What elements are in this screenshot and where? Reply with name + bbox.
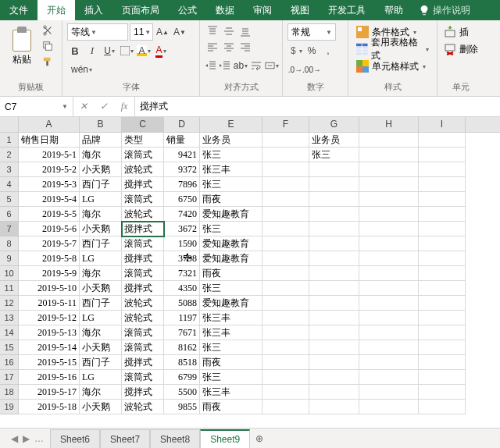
cell[interactable]: 滚筒式 [122, 148, 164, 162]
cell[interactable]: 张三丰 [200, 325, 262, 340]
cell[interactable]: 2019-5-12 [19, 311, 80, 325]
row-header[interactable]: 12 [0, 296, 19, 311]
row-header[interactable]: 3 [0, 162, 19, 177]
paste-button[interactable]: 粘贴 [5, 23, 39, 69]
cell[interactable] [419, 148, 466, 162]
cell[interactable]: 销售日期 [19, 133, 80, 148]
row-header[interactable]: 19 [0, 400, 19, 414]
cell[interactable]: 类型 [122, 133, 164, 148]
cell[interactable] [419, 222, 466, 236]
increase-indent-button[interactable] [219, 57, 231, 74]
cell[interactable]: 2019-5-4 [19, 192, 80, 207]
cell[interactable] [359, 296, 419, 311]
cell[interactable] [309, 162, 359, 177]
sheet-tab[interactable]: Sheet6 [50, 429, 100, 448]
formula-input[interactable]: 搅拌式 [135, 97, 500, 116]
cell[interactable]: 业务员 [200, 133, 262, 148]
cell[interactable] [419, 400, 466, 414]
cell[interactable]: 张三丰 [200, 162, 262, 177]
cell[interactable] [309, 281, 359, 296]
cell[interactable] [309, 325, 359, 340]
cell[interactable]: 西门子 [80, 355, 122, 370]
col-header-A[interactable]: A [19, 117, 80, 132]
row-header[interactable]: 4 [0, 177, 19, 192]
cell[interactable] [359, 400, 419, 414]
cell[interactable] [419, 296, 466, 311]
row-header[interactable]: 15 [0, 340, 19, 355]
cell[interactable] [262, 133, 309, 148]
cell[interactable] [309, 207, 359, 222]
cell[interactable]: 小天鹅 [80, 222, 122, 236]
cell[interactable]: 2019-5-16 [19, 370, 80, 385]
cell[interactable]: 2019-5-15 [19, 355, 80, 370]
cell[interactable]: 波轮式 [122, 162, 164, 177]
tab-insert[interactable]: 插入 [75, 0, 112, 20]
row-header[interactable]: 18 [0, 385, 19, 400]
comma-button[interactable]: , [320, 42, 336, 59]
cell[interactable]: 海尔 [80, 385, 122, 400]
cell[interactable] [262, 236, 309, 251]
cell[interactable]: 3798 [164, 251, 200, 266]
align-bottom-button[interactable] [238, 23, 253, 39]
fx-button[interactable]: fx [114, 101, 134, 112]
orientation-button[interactable]: ab▾ [233, 57, 248, 74]
cell[interactable] [309, 266, 359, 281]
cell[interactable] [262, 148, 309, 162]
cell[interactable] [262, 370, 309, 385]
cell[interactable]: 雨夜 [200, 355, 262, 370]
cell[interactable]: 海尔 [80, 148, 122, 162]
increase-decimal-button[interactable]: .0→ [288, 61, 303, 78]
cell[interactable]: 搅拌式 [122, 385, 164, 400]
cell[interactable]: 2019-5-2 [19, 162, 80, 177]
row-header[interactable]: 2 [0, 148, 19, 162]
cell[interactable]: 滚筒式 [122, 340, 164, 355]
currency-button[interactable]: $▾ [288, 42, 303, 59]
cell[interactable] [419, 340, 466, 355]
cell[interactable] [262, 266, 309, 281]
format-painter-button[interactable] [41, 55, 55, 69]
cell[interactable] [359, 207, 419, 222]
number-format-combo[interactable]: 常规▼ [288, 23, 336, 41]
cell[interactable]: 2019-5-8 [19, 251, 80, 266]
sheet-nav-prev[interactable]: ◀ [11, 433, 18, 444]
tell-me[interactable]: 操作说明 [412, 0, 477, 20]
cell[interactable]: 张三丰 [200, 311, 262, 325]
name-box[interactable]: C7▼ [0, 97, 73, 116]
cell[interactable] [419, 207, 466, 222]
cell[interactable]: 张三 [200, 148, 262, 162]
cell[interactable]: 海尔 [80, 325, 122, 340]
decrease-decimal-button[interactable]: .00→ [304, 61, 320, 78]
cell[interactable] [359, 236, 419, 251]
fill-color-button[interactable]: A▾ [136, 42, 152, 59]
cell[interactable] [309, 222, 359, 236]
cell[interactable]: 张三 [200, 340, 262, 355]
cell[interactable]: 2019-5-3 [19, 177, 80, 192]
cell[interactable]: 6799 [164, 370, 200, 385]
tab-review[interactable]: 审阅 [244, 0, 281, 20]
col-header-G[interactable]: G [309, 117, 359, 132]
cell[interactable]: 2019-5-6 [19, 222, 80, 236]
cell[interactable] [359, 370, 419, 385]
cell[interactable]: 西门子 [80, 296, 122, 311]
decrease-indent-button[interactable] [205, 57, 217, 74]
cell[interactable]: 6750 [164, 192, 200, 207]
font-name-combo[interactable]: 等线▼ [67, 23, 128, 41]
cell[interactable]: 7896 [164, 177, 200, 192]
cell[interactable] [262, 281, 309, 296]
tab-dev[interactable]: 开发工具 [319, 0, 375, 20]
cell[interactable]: 张三 [309, 148, 359, 162]
format-table-button[interactable]: 套用表格格式▾ [353, 41, 432, 58]
decrease-font-button[interactable]: A▼ [172, 23, 188, 41]
cell[interactable]: 滚筒式 [122, 370, 164, 385]
cell[interactable]: 波轮式 [122, 311, 164, 325]
row-header[interactable]: 1 [0, 133, 19, 148]
row-header[interactable]: 9 [0, 251, 19, 266]
col-header-F[interactable]: F [262, 117, 309, 132]
cell[interactable] [262, 400, 309, 414]
enter-formula-button[interactable]: ✓ [94, 101, 114, 112]
cell[interactable]: 搅拌式 [122, 281, 164, 296]
tab-home[interactable]: 开始 [38, 0, 75, 20]
cell[interactable]: 2019-5-11 [19, 296, 80, 311]
cell[interactable]: 5500 [164, 385, 200, 400]
col-header-I[interactable]: I [419, 117, 466, 132]
